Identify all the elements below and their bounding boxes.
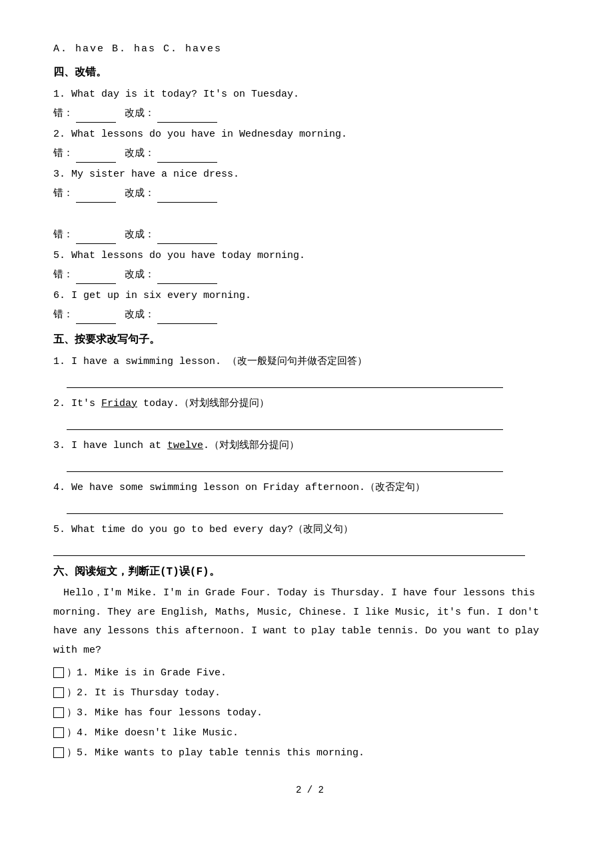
blank-correction-6 (157, 323, 217, 324)
section-4-title: 四、改错。 (53, 63, 566, 83)
section4-item-1-error: 错： 改成： (53, 105, 566, 123)
section4-item-3: 3. My sister have a nice dress. (53, 165, 566, 183)
judgment-item-2: ）2. It is Thursday today. (53, 684, 566, 702)
bracket-5 (53, 747, 64, 758)
blank-correction-2 (157, 162, 217, 163)
bracket-1 (53, 667, 64, 678)
section-5-title: 五、按要求改写句子。 (53, 331, 566, 350)
blank-error-6 (76, 323, 116, 324)
section4-item-3-error: 错： 改成： (53, 185, 566, 203)
section4-item-5-error: 错： 改成： (53, 266, 566, 284)
judgment-item-3: ）3. Mike has four lessons today. (53, 704, 566, 722)
blank-error-3 (76, 202, 116, 203)
answer-line-5-5 (53, 543, 525, 556)
q4-1-number: 1. (53, 89, 71, 100)
section-4: 四、改错。 1. What day is it today? It's on T… (53, 63, 566, 324)
blank-error-4 (76, 243, 116, 244)
section5-item-2: 2. It's Friday today.（对划线部分提问） (53, 395, 566, 413)
answer-line-5-3 (67, 459, 503, 472)
bracket-4 (53, 727, 64, 738)
q4-6-text: I get up in six every morning. (71, 290, 251, 301)
bracket-2 (53, 687, 64, 698)
blank-error-1 (76, 122, 116, 123)
section4-item-6: 6. I get up in six every morning. (53, 287, 566, 305)
q4-2-number: 2. (53, 129, 71, 140)
section-6: 六、阅读短文，判断正(T)误(F)。 Hello，I'm Mike. I'm i… (53, 563, 566, 763)
section4-item-1: 1. What day is it today? It's on Tuesday… (53, 85, 566, 103)
blank-correction-5 (157, 283, 217, 284)
section5-item-1: 1. I have a swimming lesson. （改一般疑问句并做否定… (53, 353, 566, 371)
options-line: A. have B. has C. haves (53, 40, 566, 58)
q4-2-text: What lessons do you have in Wednesday mo… (71, 129, 347, 140)
blank-correction-3 (157, 202, 217, 203)
section5-item-5: 5. What time do you go to bed every day?… (53, 521, 566, 539)
section4-item-2-error: 错： 改成： (53, 145, 566, 163)
judgment-item-4: ）4. Mike doesn't like Music. (53, 724, 566, 742)
section-6-passage: Hello，I'm Mike. I'm in Grade Four. Today… (53, 584, 566, 660)
section4-item-6-error: 错： 改成： (53, 306, 566, 324)
judgment-item-1: ）1. Mike is in Grade Five. (53, 664, 566, 682)
q4-5-text: What lessons do you have today morning. (71, 250, 305, 261)
section4-item-4-error: 错： 改成： (53, 226, 566, 244)
section-6-title: 六、阅读短文，判断正(T)误(F)。 (53, 563, 566, 582)
answer-line-5-1 (67, 375, 503, 388)
q4-6-number: 6. (53, 290, 71, 301)
bracket-3 (53, 707, 64, 718)
blank-correction-4 (157, 243, 217, 244)
judgment-item-5: ）5. Mike wants to play table tennis this… (53, 744, 566, 762)
section4-item-2: 2. What lessons do you have in Wednesday… (53, 125, 566, 143)
page-number: 2 / 2 (53, 782, 566, 799)
blank-correction-1 (157, 122, 217, 123)
blank-error-2 (76, 162, 116, 163)
answer-line-5-4 (67, 501, 503, 514)
section5-item-4: 4. We have some swimming lesson on Frida… (53, 479, 566, 497)
section4-item-4-empty (53, 208, 566, 226)
q4-3-text: My sister have a nice dress. (71, 169, 239, 180)
section5-item-3: 3. I have lunch at twelve.（对划线部分提问） (53, 437, 566, 455)
q4-5-number: 5. (53, 250, 71, 261)
answer-line-5-2 (67, 417, 503, 430)
q4-3-number: 3. (53, 169, 71, 180)
q4-1-text: What day is it today? It's on Tuesday. (71, 89, 299, 100)
blank-error-5 (76, 283, 116, 284)
section4-item-5: 5. What lessons do you have today mornin… (53, 247, 566, 265)
section-5: 五、按要求改写句子。 1. I have a swimming lesson. … (53, 331, 566, 556)
